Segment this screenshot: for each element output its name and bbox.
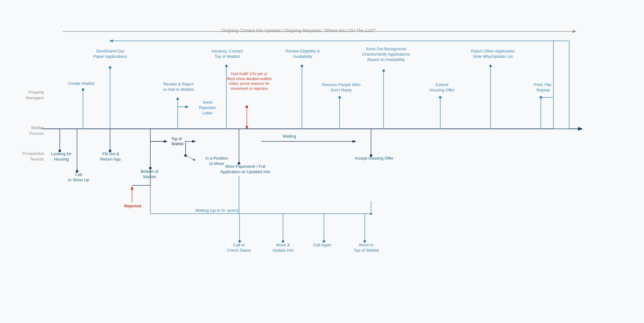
label-review-eligibility: Review Eligibility &Availability	[277, 49, 329, 59]
svg-point-66	[364, 240, 366, 243]
label-accept-housing: Accept Housing Offer	[346, 156, 402, 161]
label-waiting: Waiting	[275, 134, 303, 139]
svg-text:Top of: Top of	[171, 137, 182, 141]
svg-point-14	[225, 65, 228, 67]
svg-point-60	[238, 240, 241, 243]
label-print-file: Print, File,Repeat	[526, 82, 560, 93]
label-bottom-waitlist: Bottom ofWaitlist	[131, 169, 168, 180]
svg-point-24	[439, 96, 441, 99]
label-call-check-status: Call toCheck Status	[220, 243, 258, 253]
role-prospective-tenants: ProspectiveTenants	[9, 151, 44, 162]
label-waiting-years: Waiting (up to 4+ years)	[182, 208, 252, 213]
label-move-top-waitlist: Move toTop of Waitlist	[346, 243, 387, 253]
svg-point-7	[82, 88, 84, 91]
label-send-rejection: SendRejectionLetter	[189, 100, 226, 116]
label-rejected: Rejected	[117, 204, 148, 209]
label-remove-people: Remove People WhoDon't Reply	[316, 82, 366, 93]
label-call-show-up: Callor Show Up	[61, 172, 96, 183]
label-more-paperwork: More Paperwork / FullApplication w/ Upda…	[214, 164, 277, 175]
label-call-again: Call Again	[307, 243, 338, 248]
svg-text:Waitlist: Waitlist	[171, 142, 184, 146]
svg-point-20	[338, 96, 341, 99]
svg-point-9	[109, 66, 111, 69]
svg-point-22	[382, 69, 385, 72]
label-vacancy-contact: Vacancy, ContactTop of Waitlist	[203, 49, 252, 59]
svg-point-18	[301, 65, 303, 67]
label-extend-housing: ExtendHousing Offer	[421, 82, 463, 93]
label-send-background: Send Out BackgroundChecks/Verify Applica…	[357, 47, 415, 63]
svg-point-26	[489, 65, 492, 67]
svg-point-28	[540, 96, 542, 99]
svg-point-64	[323, 240, 325, 243]
label-hud-audit: Hud Audit! 1/2x per yrMust show detailed…	[220, 72, 278, 91]
svg-point-11	[176, 98, 179, 100]
label-reject-other: Reject Other Applicants/Note Why/Update …	[465, 49, 520, 59]
label-send-hand-out: Send/Hand OutPaper Applications	[85, 49, 135, 59]
role-property-managers: PropertyManagers	[9, 90, 44, 101]
label-create-waitlist: Create Waitlist	[62, 81, 100, 86]
svg-point-45	[184, 154, 187, 157]
svg-point-62	[282, 240, 284, 243]
top-arrow-label: Ongoing Contact Info Updates / Ongoing R…	[157, 28, 440, 33]
label-review-reject: Review & Rejector Add to Waitlist	[154, 82, 203, 92]
label-fill-out-return: Fill Out &Return App.	[93, 151, 129, 162]
svg-point-16	[246, 106, 248, 108]
svg-marker-67	[369, 212, 373, 215]
label-looking-housing: Looking forHousing	[44, 151, 79, 162]
label-move-update-info: Move &Update Info	[266, 243, 300, 253]
svg-line-46	[186, 156, 195, 160]
role-waitlist-process: WaitlistProcess	[9, 125, 44, 136]
